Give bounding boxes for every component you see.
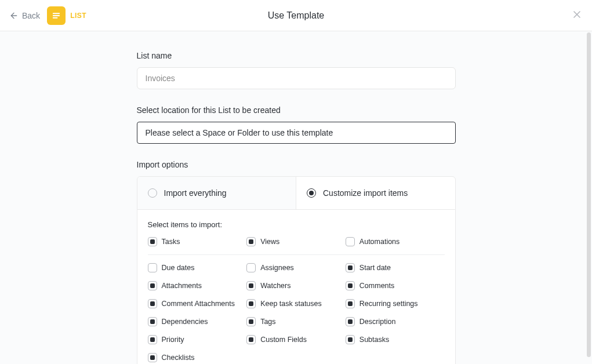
location-label: Select location for this List to be crea… <box>137 105 456 115</box>
check-item-priority[interactable]: Priority <box>148 335 247 344</box>
radio-label: Customize import items <box>323 188 408 198</box>
back-label: Back <box>22 11 40 20</box>
check-item-keep-task-statuses[interactable]: Keep task statuses <box>246 299 346 308</box>
check-item-custom-fields[interactable]: Custom Fields <box>246 335 346 344</box>
radio-label: Import everything <box>164 188 227 198</box>
checkbox-icon <box>346 281 355 290</box>
check-item-due-dates[interactable]: Due dates <box>148 263 247 272</box>
location-placeholder: Please select a Space or Folder to use t… <box>146 128 333 137</box>
check-label: Assignees <box>260 264 294 272</box>
check-item-subtasks[interactable]: Subtasks <box>346 335 445 344</box>
import-mode-radios: Import everything Customize import items <box>137 176 456 210</box>
checkbox-icon <box>148 263 157 272</box>
check-item-comment-attachments[interactable]: Comment Attachments <box>148 299 247 308</box>
check-label: Comment Attachments <box>162 300 235 308</box>
check-label: Attachments <box>162 282 202 290</box>
check-item-comments[interactable]: Comments <box>346 281 445 290</box>
check-label: Start date <box>359 264 391 272</box>
check-label: Due dates <box>162 264 195 272</box>
check-item-start-date[interactable]: Start date <box>346 263 445 272</box>
checkbox-icon <box>346 317 355 326</box>
radio-icon <box>148 188 157 198</box>
check-item-description[interactable]: Description <box>346 317 445 326</box>
arrow-left-icon <box>9 11 19 20</box>
check-label: Tasks <box>162 238 180 246</box>
check-label: Priority <box>162 336 184 344</box>
checkbox-icon <box>346 237 355 246</box>
list-name-label: List name <box>137 51 456 60</box>
checkbox-icon <box>246 335 256 344</box>
checkbox-icon <box>346 335 355 344</box>
check-item-assignees[interactable]: Assignees <box>246 263 346 272</box>
check-label: Keep task statuses <box>260 300 322 308</box>
location-select[interactable]: Please select a Space or Folder to use t… <box>137 122 456 144</box>
check-item-watchers[interactable]: Watchers <box>246 281 346 290</box>
check-label: Description <box>359 318 396 326</box>
check-label: Automations <box>359 238 399 246</box>
checkbox-icon <box>246 281 256 290</box>
checkbox-icon <box>246 299 256 308</box>
select-items-label: Select items to import: <box>148 220 445 229</box>
check-label: Recurring settings <box>359 300 418 308</box>
checkbox-icon <box>148 299 157 308</box>
grid-checks: Due datesAssigneesStart dateAttachmentsW… <box>148 263 445 362</box>
check-item-tags[interactable]: Tags <box>246 317 346 326</box>
radio-import-everything[interactable]: Import everything <box>137 177 297 209</box>
close-button[interactable] <box>571 9 583 23</box>
check-label: Dependencies <box>162 318 208 326</box>
list-name-input[interactable] <box>137 67 456 89</box>
import-items-panel: Select items to import: TasksViewsAutoma… <box>137 210 456 364</box>
checkbox-icon <box>148 237 157 246</box>
check-item-recurring-settings[interactable]: Recurring settings <box>346 299 445 308</box>
check-item-dependencies[interactable]: Dependencies <box>148 317 247 326</box>
checkbox-icon <box>148 353 157 362</box>
check-label: Custom Fields <box>260 336 307 344</box>
checkbox-icon <box>246 263 256 272</box>
check-label: Tags <box>260 318 275 326</box>
close-icon <box>571 9 583 20</box>
checkbox-icon <box>346 263 355 272</box>
check-label: Watchers <box>260 282 290 290</box>
checkbox-icon <box>148 281 157 290</box>
check-label: Subtasks <box>359 336 389 344</box>
top-checks-row: TasksViewsAutomations <box>148 237 445 255</box>
back-button[interactable]: Back <box>9 11 40 20</box>
list-type-badge: LIST <box>47 6 86 25</box>
checkbox-icon <box>246 237 256 246</box>
checkbox-icon <box>148 317 157 326</box>
checkbox-icon <box>346 299 355 308</box>
dialog-title: Use Template <box>268 10 325 21</box>
checkbox-icon <box>148 335 157 344</box>
list-icon <box>47 6 66 25</box>
import-options-label: Import options <box>137 160 456 169</box>
check-item-attachments[interactable]: Attachments <box>148 281 247 290</box>
check-item-views[interactable]: Views <box>246 237 346 246</box>
check-label: Views <box>260 238 279 246</box>
dialog-body: List name Select location for this List … <box>0 31 592 364</box>
check-item-checklists[interactable]: Checklists <box>148 353 247 362</box>
radio-icon <box>307 188 316 198</box>
radio-customize-import[interactable]: Customize import items <box>296 177 455 209</box>
check-item-tasks[interactable]: Tasks <box>148 237 247 246</box>
check-label: Checklists <box>162 354 195 362</box>
list-type-label: LIST <box>70 12 86 20</box>
dialog-header: Back LIST Use Template <box>0 0 592 31</box>
check-label: Comments <box>359 282 394 290</box>
checkbox-icon <box>246 317 256 326</box>
scrollbar[interactable] <box>587 32 591 357</box>
check-item-automations[interactable]: Automations <box>346 237 445 246</box>
